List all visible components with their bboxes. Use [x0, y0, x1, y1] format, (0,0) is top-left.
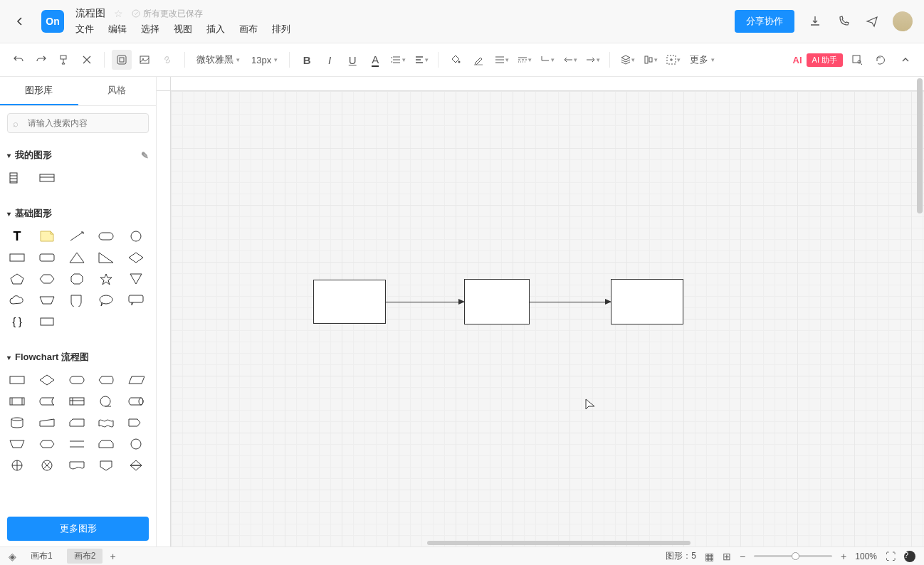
download-icon[interactable]: [807, 14, 823, 29]
shape-callout[interactable]: [96, 292, 116, 308]
shape-direct-data[interactable]: [126, 394, 146, 409]
tab-shapes[interactable]: 图形库: [0, 77, 78, 105]
shape-custom-2[interactable]: [37, 170, 57, 186]
format-painter-button[interactable]: [54, 50, 74, 70]
shape-database[interactable]: [7, 415, 27, 431]
menu-select[interactable]: 选择: [141, 23, 159, 36]
shape-offpage[interactable]: [96, 458, 116, 473]
shape-process[interactable]: [7, 372, 27, 388]
menu-canvas[interactable]: 画布: [239, 23, 258, 36]
shape-note[interactable]: [37, 228, 57, 244]
shape-trapezoid[interactable]: [37, 292, 57, 308]
phone-icon[interactable]: [836, 14, 851, 29]
underline-button[interactable]: U: [342, 50, 362, 70]
shape-callout-rect[interactable]: [126, 292, 146, 308]
shape-stored-data[interactable]: [37, 394, 57, 409]
shape-preparation[interactable]: [37, 436, 57, 452]
canvas-scrollbar[interactable]: [427, 541, 691, 545]
history-button[interactable]: [871, 50, 891, 70]
fullscreen-button[interactable]: ⛶: [886, 551, 896, 562]
shape-sort[interactable]: [126, 458, 146, 473]
shape-custom-1[interactable]: [7, 170, 27, 186]
shape-rounded-rect-2[interactable]: [37, 250, 57, 265]
collapse-panel-button[interactable]: [896, 50, 915, 70]
shape-star[interactable]: [96, 271, 116, 287]
shape-tape[interactable]: [96, 415, 116, 431]
edit-icon[interactable]: ✎: [141, 150, 149, 161]
shape-sequential[interactable]: [96, 394, 116, 409]
line-height-button[interactable]: ▾: [388, 50, 408, 70]
fill-color-button[interactable]: [446, 50, 466, 70]
section-basic-shapes[interactable]: ▾基础图形: [7, 203, 149, 224]
shape-data[interactable]: [126, 372, 146, 388]
shape-display[interactable]: [96, 372, 116, 388]
shape-teardrop[interactable]: [67, 292, 87, 308]
section-flowchart[interactable]: ▾Flowchart 流程图: [7, 347, 149, 368]
tab-style[interactable]: 风格: [78, 77, 157, 105]
shape-hexagon[interactable]: [37, 271, 57, 287]
undo-button[interactable]: [9, 50, 28, 70]
shape-document[interactable]: [67, 458, 87, 473]
help-button[interactable]: ?: [904, 551, 915, 562]
add-canvas-button[interactable]: +: [110, 551, 115, 562]
shape-diamond[interactable]: [126, 250, 146, 265]
shape-line[interactable]: [67, 228, 87, 244]
stroke-color-button[interactable]: [468, 50, 488, 70]
flowchart-arrow-2[interactable]: [530, 302, 611, 302]
shape-terminator[interactable]: [67, 372, 87, 388]
flowchart-box-2[interactable]: [464, 279, 530, 324]
align-objects-button[interactable]: ▾: [640, 50, 660, 70]
shape-text[interactable]: T: [7, 228, 27, 244]
stroke-style-button[interactable]: ▾: [514, 50, 534, 70]
shape-connector-circle[interactable]: [126, 436, 146, 452]
italic-button[interactable]: I: [320, 50, 340, 70]
more-button[interactable]: 更多▾: [686, 52, 719, 68]
shape-manual-input[interactable]: [37, 415, 57, 431]
container-button[interactable]: [112, 50, 132, 70]
align-button[interactable]: ▾: [411, 50, 431, 70]
shape-delay[interactable]: [126, 415, 146, 431]
layer-button[interactable]: ▾: [617, 50, 637, 70]
right-scrollbar[interactable]: [917, 78, 923, 213]
bold-button[interactable]: B: [297, 50, 317, 70]
style-button[interactable]: [77, 50, 97, 70]
layers-icon[interactable]: ◈: [9, 551, 16, 562]
menu-insert[interactable]: 插入: [206, 23, 225, 36]
group-button[interactable]: ▾: [663, 50, 683, 70]
shape-internal-storage[interactable]: [67, 394, 87, 409]
zoom-slider[interactable]: [754, 555, 832, 557]
zoom-level[interactable]: 100%: [855, 551, 877, 561]
connector-button[interactable]: ▾: [537, 50, 557, 70]
redo-button[interactable]: [31, 50, 51, 70]
search-input[interactable]: [7, 113, 149, 133]
shape-or[interactable]: [7, 458, 27, 473]
canvas-tab-2[interactable]: 画布2: [67, 549, 103, 564]
shape-frame[interactable]: [37, 314, 57, 329]
zoom-out-button[interactable]: −: [740, 551, 745, 562]
search-button[interactable]: [847, 50, 867, 70]
document-title[interactable]: 流程图: [75, 7, 105, 20]
share-button[interactable]: 分享协作: [735, 10, 794, 33]
flowchart-box-1[interactable]: [313, 280, 386, 324]
shape-summing[interactable]: [37, 458, 57, 473]
shape-manual-op[interactable]: [7, 436, 27, 452]
menu-file[interactable]: 文件: [75, 23, 94, 36]
menu-arrange[interactable]: 排列: [272, 23, 290, 36]
shape-parallel[interactable]: [67, 436, 87, 452]
shape-triangle[interactable]: [67, 250, 87, 265]
stroke-width-button[interactable]: ▾: [491, 50, 511, 70]
flowchart-box-3[interactable]: [611, 279, 683, 324]
layout-icon[interactable]: ▦: [705, 551, 714, 562]
shape-shield[interactable]: [126, 271, 146, 287]
canvas-tab-1[interactable]: 画布1: [23, 549, 60, 564]
star-icon[interactable]: ☆: [114, 8, 123, 19]
link-button[interactable]: [157, 50, 177, 70]
menu-view[interactable]: 视图: [174, 23, 192, 36]
back-button[interactable]: [11, 13, 28, 30]
shape-octagon[interactable]: [67, 271, 87, 287]
section-my-shapes[interactable]: ▾我的图形 ✎: [7, 144, 149, 166]
image-button[interactable]: [135, 50, 154, 70]
zoom-in-button[interactable]: +: [841, 551, 846, 562]
shape-card[interactable]: [67, 415, 87, 431]
shape-loop-limit[interactable]: [96, 436, 116, 452]
